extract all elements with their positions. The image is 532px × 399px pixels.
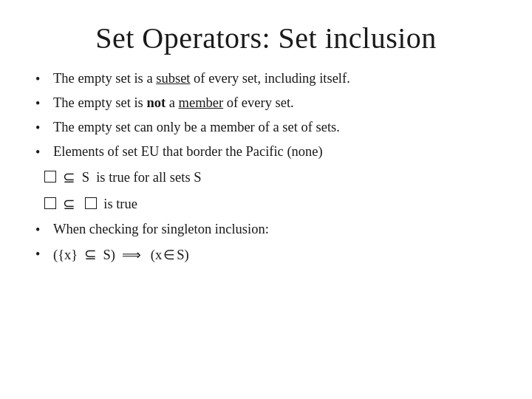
implies-arrow: ⟹ bbox=[122, 248, 141, 262]
subset-text: subset bbox=[156, 71, 190, 86]
subseteq-sym-3: ⊆ bbox=[84, 246, 97, 262]
formula-row-1: ⊆ S is true for all sets S bbox=[35, 166, 497, 188]
bullet-1: • The empty set is a subset of every set… bbox=[35, 69, 497, 89]
subseteq-sym-2: ⊆ bbox=[63, 193, 75, 215]
bullet-text-3: The empty set can only be a member of a … bbox=[53, 117, 497, 137]
empty-box-2 bbox=[44, 197, 56, 209]
bullet-text-1: The empty set is a subset of every set, … bbox=[53, 69, 497, 89]
bullet-point-3: • bbox=[35, 118, 53, 137]
formula-text-2: is true bbox=[100, 194, 137, 215]
bullet-point-2: • bbox=[35, 94, 53, 113]
formula-spacer bbox=[78, 194, 82, 215]
not-text: not bbox=[146, 95, 166, 110]
bullet-point-5: • bbox=[35, 220, 53, 239]
subseteq-sym-1: ⊆ bbox=[63, 166, 75, 188]
bullet-6: • ({x} ⊆ S) ⟹ (x∈S) bbox=[35, 244, 497, 265]
bullet-text-5: When checking for singleton inclusion: bbox=[53, 219, 497, 239]
content-area: • The empty set is a subset of every set… bbox=[35, 69, 497, 267]
bullet-text-6: ({x} ⊆ S) ⟹ (x∈S) bbox=[53, 244, 497, 265]
slide: Set Operators: Set inclusion • The empty… bbox=[0, 0, 532, 399]
bullet-point-4: • bbox=[35, 143, 53, 162]
bullet-3: • The empty set can only be a member of … bbox=[35, 117, 497, 137]
slide-title: Set Operators: Set inclusion bbox=[35, 21, 497, 55]
empty-box-3 bbox=[85, 197, 97, 209]
bullet-text-2: The empty set is not a member of every s… bbox=[53, 93, 497, 113]
bullet-4: • Elements of set EU that border the Pac… bbox=[35, 142, 497, 162]
member-text: member bbox=[179, 95, 224, 110]
bullet-5: • When checking for singleton inclusion: bbox=[35, 219, 497, 239]
empty-box-1 bbox=[44, 171, 56, 183]
bullet-point-1: • bbox=[35, 69, 53, 89]
element-sym: ∈ bbox=[163, 248, 175, 262]
bullet-point-6: • bbox=[35, 245, 53, 264]
bullet-2: • The empty set is not a member of every… bbox=[35, 93, 497, 113]
formula-row-2: ⊆ is true bbox=[35, 193, 497, 215]
formula-text-1: S is true for all sets S bbox=[78, 168, 202, 188]
bullet-text-4: Elements of set EU that border the Pacif… bbox=[53, 142, 497, 162]
